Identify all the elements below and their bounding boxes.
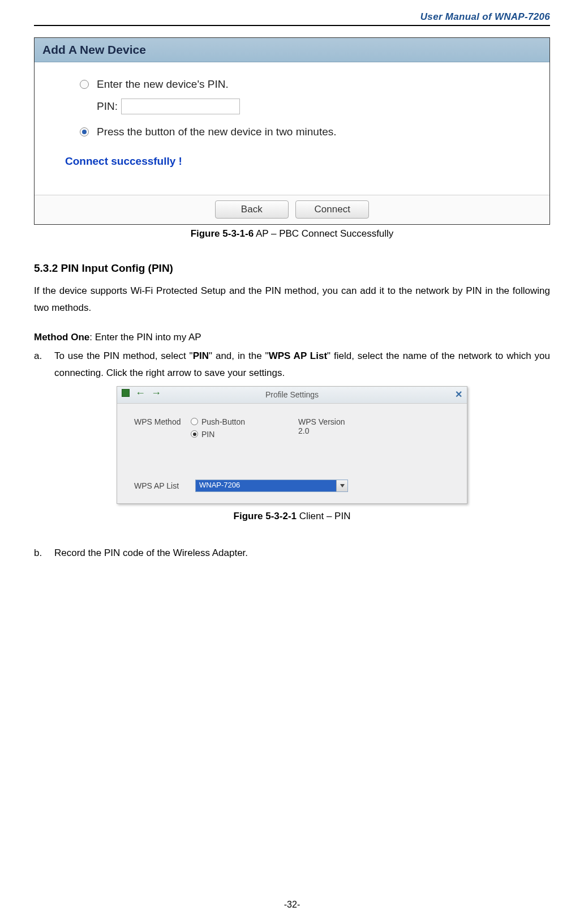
dialog-body: Enter the new device's PIN. PIN: Press t… (35, 62, 549, 195)
method-one-line: Method One: Enter the PIN into my AP (34, 329, 550, 346)
wps-aplist-label: WPS AP List (134, 481, 191, 490)
success-message: Connect successfully ! (65, 155, 516, 168)
chevron-down-icon[interactable] (336, 480, 347, 491)
header-divider (34, 25, 550, 26)
figure2-caption-bold: Figure 5-3-2-1 (234, 511, 297, 521)
figure2-wrap: ← → Profile Settings ✕ WPS Method Push-B… (34, 386, 550, 504)
radio-option-enter-pin[interactable]: Enter the new device's PIN. (80, 78, 516, 91)
add-device-dialog: Add A New Device Enter the new device's … (34, 37, 550, 225)
radio-label: PIN (201, 430, 214, 439)
pin-label: PIN: (97, 100, 118, 113)
list-marker: a. (34, 348, 54, 365)
radio-label: Press the button of the new device in tw… (97, 126, 337, 138)
pin-input[interactable] (121, 99, 240, 114)
radio-dot-icon (193, 433, 196, 436)
wps-method-options: Push-Button PIN (191, 417, 298, 442)
figure2-caption: Figure 5-3-2-1 Client – PIN (34, 511, 550, 522)
arrow-right-icon[interactable]: → (151, 389, 161, 397)
radio-label: Push-Button (201, 417, 245, 426)
item-a-mid: " and, in the " (209, 350, 269, 361)
page-header-title: User Manual of WNAP-7206 (34, 11, 550, 23)
item-b-text: Record the PIN code of the Wireless Adap… (54, 547, 248, 558)
close-icon[interactable]: ✕ (455, 389, 462, 400)
radio-icon (80, 127, 89, 136)
wps-method-label: WPS Method (134, 417, 191, 442)
dialog2-title: Profile Settings (117, 387, 467, 399)
radio-icon (80, 80, 89, 89)
profile-settings-dialog: ← → Profile Settings ✕ WPS Method Push-B… (117, 386, 467, 504)
page-number: -32- (0, 900, 584, 910)
wps-version-value: 2.0 (298, 426, 345, 435)
figure1-caption-bold: Figure 5-3-1-6 (191, 228, 254, 239)
section-heading: 5.3.2 PIN Input Config (PIN) (34, 262, 550, 275)
back-button[interactable]: Back (215, 200, 289, 219)
item-a-bold1: PIN (193, 350, 209, 361)
section-intro: If the device supports Wi-Fi Protected S… (34, 283, 550, 316)
wps-version-block: WPS Version 2.0 (298, 417, 345, 442)
connect-button[interactable]: Connect (295, 200, 369, 219)
radio-push-button[interactable]: Push-Button (191, 417, 298, 426)
titlebar-left-icons: ← → (122, 389, 161, 397)
radio-option-press-button[interactable]: Press the button of the new device in tw… (80, 126, 516, 138)
dialog-title: Add A New Device (35, 38, 549, 62)
figure2-caption-rest: Client – PIN (297, 511, 350, 521)
dialog2-body: WPS Method Push-Button PIN WPS Version 2… (117, 404, 467, 503)
list-item-a: a.To use the PIN method, select "PIN" an… (34, 348, 550, 382)
spacer (134, 446, 454, 480)
triangle-down-icon (340, 484, 345, 487)
wps-version-label: WPS Version (298, 417, 345, 426)
wps-aplist-select[interactable]: WNAP-7206 (195, 480, 348, 492)
wps-aplist-value: WNAP-7206 (196, 480, 336, 491)
pin-row: PIN: (97, 99, 516, 114)
item-a-bold2: WPS AP List (269, 350, 327, 361)
list-item-b: b.Record the PIN code of the Wireless Ad… (34, 545, 550, 562)
list-marker: b. (34, 545, 54, 562)
wps-aplist-row: WPS AP List WNAP-7206 (134, 480, 454, 492)
arrow-left-icon[interactable]: ← (135, 389, 145, 397)
dialog-button-row: Back Connect (35, 195, 549, 224)
stop-icon[interactable] (122, 389, 130, 397)
radio-pin[interactable]: PIN (191, 430, 298, 439)
radio-icon (191, 430, 198, 438)
radio-label: Enter the new device's PIN. (97, 78, 229, 91)
figure1-caption-rest: AP – PBC Connect Successfully (254, 228, 393, 239)
radio-dot-icon (82, 130, 87, 134)
item-a-pre: To use the PIN method, select " (54, 350, 193, 361)
wps-method-row: WPS Method Push-Button PIN WPS Version 2… (134, 417, 454, 442)
figure1-caption: Figure 5-3-1-6 AP – PBC Connect Successf… (34, 228, 550, 239)
method-one-rest: : Enter the PIN into my AP (89, 332, 201, 343)
dialog2-titlebar: ← → Profile Settings ✕ (117, 387, 467, 404)
radio-icon (191, 418, 198, 425)
method-one-label: Method One (34, 332, 89, 343)
